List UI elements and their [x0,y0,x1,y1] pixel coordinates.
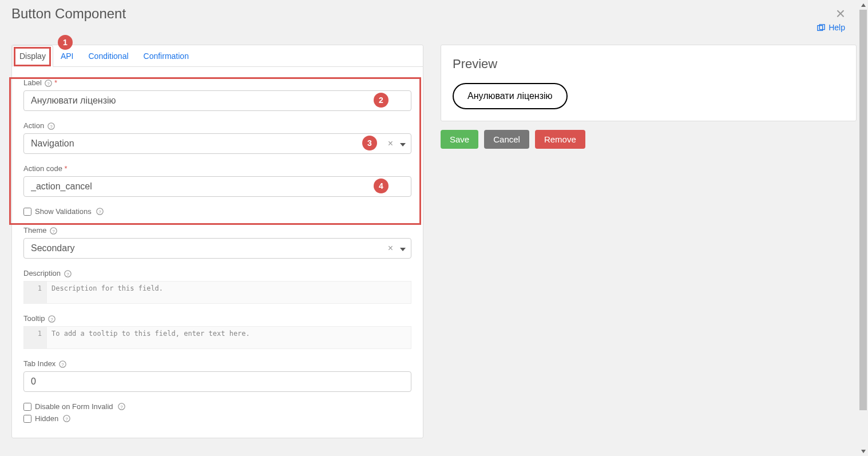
help-icon[interactable]: ? [50,227,57,235]
help-icon[interactable]: ? [64,270,72,277]
help-icon[interactable]: ? [118,403,125,410]
save-button[interactable]: Save [441,130,478,149]
action-code-field-label: Action code * [23,164,411,173]
show-validations-checkbox[interactable] [23,208,31,216]
tabs-header: Display API Conditional Confirmation [12,45,423,67]
cancel-button[interactable]: Cancel [484,130,529,149]
clear-icon[interactable]: × [388,243,393,253]
tab-display[interactable]: Display [12,45,53,67]
caret-down-icon[interactable] [400,139,406,148]
help-icon[interactable]: ? [63,415,70,422]
svg-text:?: ? [66,272,69,277]
scrollbar-track[interactable] [858,0,868,456]
svg-text:?: ? [65,417,68,422]
preview-card: Preview Анулювати ліцензію [441,45,857,121]
code-gutter: 1 [24,281,47,303]
tab-confirmation[interactable]: Confirmation [136,45,196,67]
scroll-up-arrow[interactable] [858,0,868,10]
columns: Display API Conditional Confirmation 1 [11,45,857,438]
disable-on-form-invalid-label: Disable on Form Invalid [35,402,113,411]
tabs-container: Display API Conditional Confirmation 1 [11,45,423,438]
clear-icon[interactable]: × [388,138,393,149]
hidden-checkbox[interactable] [23,415,31,423]
tabs-body: Label ? * 2 Action [12,67,423,438]
show-validations-row: Show Validations ? [23,207,411,216]
action-select-wrapper: Navigation × [23,133,411,154]
tab-index-field-label: Tab Index ? [23,359,411,368]
caret-down-icon[interactable] [400,244,406,253]
description-editor[interactable]: 1 Description for this field. [23,281,411,304]
svg-text:?: ? [50,317,53,322]
description-field-label: Description ? [23,269,411,277]
tab-conditional[interactable]: Conditional [81,45,136,67]
scroll-down-arrow[interactable] [858,446,868,456]
disable-on-form-invalid-row: Disable on Form Invalid ? [23,402,411,411]
code-content[interactable]: Description for this field. [47,281,411,303]
help-icon[interactable]: ? [45,80,52,87]
svg-text:?: ? [47,81,50,86]
annotation-circle-4: 4 [374,179,389,193]
svg-text:?: ? [98,209,101,215]
svg-text:?: ? [120,405,123,410]
form-group-label: Label ? * 2 [23,78,411,111]
show-validations-label: Show Validations [35,207,92,216]
theme-select[interactable]: Secondary [23,238,411,259]
help-icon[interactable]: ? [48,315,56,323]
action-code-input[interactable] [23,176,411,197]
form-group-theme: Theme ? Secondary × [23,226,411,259]
form-group-action-code: Action code * 4 [23,164,411,197]
label-input[interactable] [23,90,411,111]
help-icon[interactable]: ? [47,122,55,130]
annotation-circle-1: 1 [58,35,73,50]
help-icon[interactable]: ? [59,360,66,368]
tooltip-field-label: Tooltip ? [23,314,411,323]
disable-on-form-invalid-checkbox[interactable] [23,403,31,411]
hidden-label: Hidden [35,414,58,423]
new-window-icon [817,23,829,32]
svg-text:?: ? [61,362,64,367]
code-gutter: 1 [24,327,47,348]
required-star: * [65,164,68,173]
annotation-circle-3: 3 [362,136,377,150]
modal-title: Button Component [11,6,857,22]
code-content[interactable]: To add a tooltip to this field, enter te… [47,327,411,348]
action-field-label: Action ? [23,121,411,130]
close-button[interactable]: × [836,6,845,22]
action-buttons: Save Cancel Remove [441,130,857,149]
modal-container: Button Component × Help Display API Cond… [0,0,868,456]
form-group-action: Action ? Navigation × 3 [23,121,411,154]
svg-text:?: ? [52,229,55,234]
right-column: Preview Анулювати ліцензію Save Cancel R… [441,45,857,438]
tab-index-input[interactable] [23,371,411,392]
help-icon[interactable]: ? [96,208,104,215]
svg-text:?: ? [50,124,53,129]
action-select[interactable]: Navigation [23,133,411,154]
label-field-label: Label ? * [23,78,411,87]
help-label: Help [829,23,845,32]
preview-button[interactable]: Анулювати ліцензію [453,83,568,109]
preview-title: Preview [453,57,845,72]
form-group-description: Description ? 1 Description for this fie… [23,269,411,304]
form-group-tooltip: Tooltip ? 1 To add a tooltip to this fie… [23,314,411,349]
remove-button[interactable]: Remove [535,130,585,149]
left-column: Display API Conditional Confirmation 1 [11,45,423,438]
hidden-row: Hidden ? [23,414,411,423]
theme-select-wrapper: Secondary × [23,238,411,259]
tooltip-editor[interactable]: 1 To add a tooltip to this field, enter … [23,326,411,349]
scrollbar-thumb[interactable] [859,10,867,410]
required-star: * [54,78,57,87]
help-link[interactable]: Help [817,23,845,32]
form-group-tab-index: Tab Index ? [23,359,411,392]
annotation-circle-2: 2 [374,93,389,108]
theme-field-label: Theme ? [23,226,411,235]
